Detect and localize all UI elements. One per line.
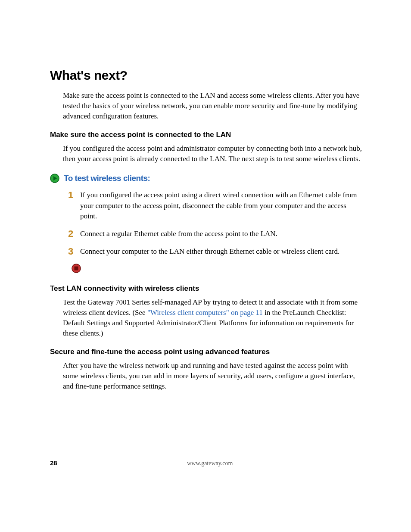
stop-icon	[72, 267, 81, 274]
procedure-title: To test wireless clients:	[64, 174, 150, 183]
step-text: Connect your computer to the LAN either …	[80, 246, 339, 257]
subheading-secure: Secure and fine-tune the access point us…	[50, 348, 363, 356]
play-icon	[50, 174, 59, 183]
procedure-end	[72, 264, 363, 275]
page-number: 28	[50, 459, 57, 467]
subheading-test-lan: Test LAN connectivity with wireless clie…	[50, 284, 363, 293]
paragraph-test-lan: Test the Gateway 7001 Series self-manage…	[63, 297, 362, 338]
procedure-header: To test wireless clients:	[50, 174, 363, 183]
paragraph-lan: If you configured the access point and a…	[63, 143, 362, 164]
step-item: Connect a regular Ethernet cable from th…	[68, 229, 361, 240]
svg-rect-3	[75, 267, 78, 271]
page-content: What's next? Make sure the access point …	[50, 68, 363, 399]
step-text: Connect a regular Ethernet cable from th…	[80, 229, 277, 240]
procedure-steps: If you configured the access point using…	[68, 190, 361, 257]
paragraph-secure: After you have the wireless network up a…	[63, 361, 362, 391]
page-footer: 28 www.gateway.com	[50, 459, 363, 467]
procedure-block: To test wireless clients: If you configu…	[50, 174, 363, 275]
footer-url: www.gateway.com	[57, 460, 363, 467]
step-text: If you configured the access point using…	[80, 190, 361, 222]
subheading-lan: Make sure the access point is connected …	[50, 131, 363, 139]
step-item: Connect your computer to the LAN either …	[68, 246, 361, 257]
cross-reference-link[interactable]: "Wireless client computers" on page 11	[147, 308, 263, 317]
intro-paragraph: Make sure the access point is connected …	[63, 90, 362, 121]
page-title: What's next?	[50, 68, 363, 83]
step-item: If you configured the access point using…	[68, 190, 361, 222]
